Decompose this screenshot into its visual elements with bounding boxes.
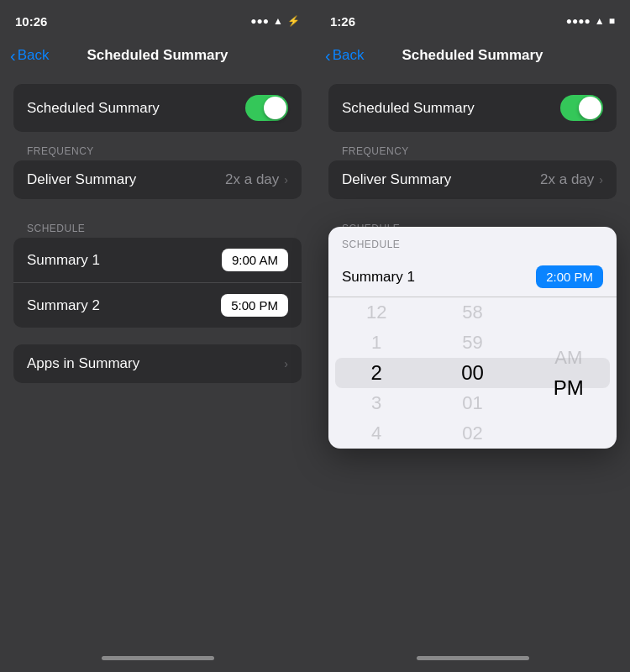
- right-battery-icon: ■: [609, 15, 615, 27]
- right-nav-bar: ‹ Back Scheduled Summary: [315, 37, 630, 74]
- right-wifi-icon: ▲: [595, 15, 605, 27]
- left-summary2-label: Summary 2: [27, 297, 100, 314]
- time-picker-overlay[interactable]: SCHEDULE Summary 1 2:00 PM 12 1 2 3 4 58: [328, 227, 617, 449]
- left-back-label: Back: [18, 47, 50, 64]
- left-frequency-group: Deliver Summary 2x a day ›: [13, 160, 302, 199]
- picker-section-label: SCHEDULE: [328, 227, 617, 257]
- ampm-item-pm[interactable]: PM: [521, 373, 617, 403]
- left-content: Scheduled Summary FREQUENCY Deliver Summ…: [0, 74, 315, 643]
- left-frequency-chevron-icon: ›: [284, 173, 288, 186]
- ampm-item-am[interactable]: AM: [521, 343, 617, 373]
- right-back-label: Back: [333, 47, 365, 64]
- right-scheduled-summary-label: Scheduled Summary: [342, 100, 475, 117]
- hour-item-4[interactable]: 4: [328, 418, 424, 449]
- left-home-indicator: [0, 643, 315, 672]
- right-home-indicator: [315, 643, 630, 672]
- minute-item-58[interactable]: 58: [424, 297, 520, 328]
- minute-item-01[interactable]: 01: [424, 388, 520, 418]
- left-summary1-label: Summary 1: [27, 252, 100, 269]
- left-scheduled-summary-toggle[interactable]: [245, 95, 288, 121]
- right-deliver-summary-row[interactable]: Deliver Summary 2x a day ›: [328, 160, 617, 199]
- left-status-icons: ●●● ▲ ⚡: [250, 15, 300, 27]
- left-apps-group: Apps in Summary ›: [13, 344, 302, 383]
- left-scheduled-summary-label: Scheduled Summary: [27, 100, 160, 117]
- minute-item-00[interactable]: 00: [424, 358, 520, 388]
- ampm-column[interactable]: AM PM: [521, 297, 617, 449]
- left-status-bar: 10:26 ●●● ▲ ⚡: [0, 0, 315, 37]
- right-frequency-chevron-icon: ›: [599, 173, 603, 186]
- left-summary2-row[interactable]: Summary 2 5:00 PM: [13, 283, 302, 328]
- right-toggle-group: Scheduled Summary: [328, 84, 617, 132]
- left-deliver-summary-label: Deliver Summary: [27, 171, 136, 188]
- right-status-time: 1:26: [330, 14, 355, 29]
- right-frequency-section-label: FREQUENCY: [315, 139, 630, 160]
- right-scheduled-summary-toggle[interactable]: [560, 95, 603, 121]
- left-summary1-row[interactable]: Summary 1 9:00 AM: [13, 238, 302, 283]
- left-nav-bar: ‹ Back Scheduled Summary: [0, 37, 315, 74]
- hour-item-3[interactable]: 3: [328, 388, 424, 418]
- minute-item-02[interactable]: 02: [424, 418, 520, 449]
- right-deliver-summary-label: Deliver Summary: [342, 171, 451, 188]
- left-frequency-section-label: FREQUENCY: [0, 139, 315, 160]
- left-toggle-group: Scheduled Summary: [13, 84, 302, 132]
- hour-item-2[interactable]: 2: [328, 358, 424, 388]
- right-nav-title: Scheduled Summary: [402, 47, 543, 64]
- left-apps-row[interactable]: Apps in Summary ›: [13, 344, 302, 383]
- left-summary2-time[interactable]: 5:00 PM: [221, 294, 288, 317]
- left-summary1-time[interactable]: 9:00 AM: [222, 249, 288, 271]
- right-status-bar: 1:26 ●●●● ▲ ■: [315, 0, 630, 37]
- right-deliver-summary-right: 2x a day ›: [540, 171, 603, 188]
- hour-item-12[interactable]: 12: [328, 297, 424, 328]
- right-signal-icon: ●●●●: [566, 15, 591, 27]
- minute-item-59[interactable]: 59: [424, 328, 520, 358]
- hour-column[interactable]: 12 1 2 3 4: [328, 297, 424, 449]
- wifi-icon: ▲: [273, 15, 283, 27]
- right-frequency-value: 2x a day: [540, 171, 594, 188]
- right-back-button[interactable]: ‹ Back: [325, 47, 364, 64]
- right-home-bar: [417, 656, 529, 660]
- left-schedule-section-label: SCHEDULE: [0, 216, 315, 238]
- battery-icon: ⚡: [287, 15, 300, 27]
- left-deliver-summary-right: 2x a day ›: [225, 171, 288, 188]
- signal-icon: ●●●: [250, 15, 269, 27]
- left-schedule-group: Summary 1 9:00 AM Summary 2 5:00 PM: [13, 238, 302, 328]
- time-picker-drum[interactable]: 12 1 2 3 4 58 59 00 01 02 AM PM: [328, 297, 617, 449]
- right-back-chevron-icon: ‹: [325, 47, 331, 64]
- hour-item-1[interactable]: 1: [328, 328, 424, 358]
- left-status-time: 10:26: [15, 14, 47, 29]
- left-home-bar: [102, 656, 214, 660]
- right-scheduled-summary-row: Scheduled Summary: [328, 84, 617, 132]
- right-toggle-knob: [579, 97, 601, 119]
- right-frequency-group: Deliver Summary 2x a day ›: [328, 160, 617, 199]
- right-content: Scheduled Summary FREQUENCY Deliver Summ…: [315, 74, 630, 643]
- left-nav-title: Scheduled Summary: [87, 47, 228, 64]
- left-apps-label: Apps in Summary: [27, 355, 139, 372]
- picker-summary-label: Summary 1: [342, 269, 415, 286]
- left-phone-panel: 10:26 ●●● ▲ ⚡ ‹ Back Scheduled Summary S…: [0, 0, 315, 672]
- left-scheduled-summary-row: Scheduled Summary: [13, 84, 302, 132]
- left-apps-chevron-icon: ›: [284, 357, 288, 370]
- minute-column[interactable]: 58 59 00 01 02: [424, 297, 520, 449]
- picker-summary-row: Summary 1 2:00 PM: [328, 257, 617, 297]
- left-deliver-summary-row[interactable]: Deliver Summary 2x a day ›: [13, 160, 302, 199]
- left-back-chevron-icon: ‹: [10, 47, 16, 64]
- picker-selected-time: 2:00 PM: [536, 265, 603, 288]
- left-frequency-value: 2x a day: [225, 171, 279, 188]
- right-status-icons: ●●●● ▲ ■: [566, 15, 615, 27]
- left-back-button[interactable]: ‹ Back: [10, 47, 49, 64]
- right-phone-panel: 1:26 ●●●● ▲ ■ ‹ Back Scheduled Summary S…: [315, 0, 630, 672]
- left-toggle-knob: [264, 97, 286, 119]
